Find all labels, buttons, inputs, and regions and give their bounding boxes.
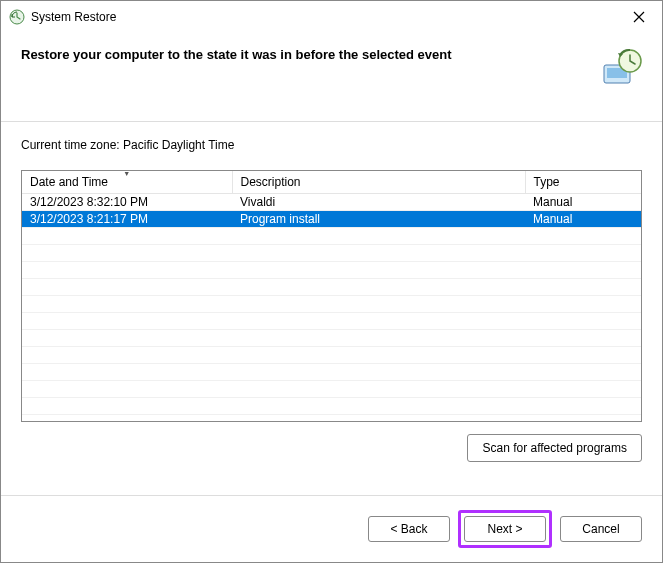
back-button[interactable]: < Back [368,516,450,542]
system-restore-icon [9,9,25,25]
restore-clock-icon [600,47,642,89]
table-row-empty [22,381,641,398]
table-row-empty [22,262,641,279]
table-row-empty [22,330,641,347]
table-cell-date: 3/12/2023 8:32:10 PM [22,194,232,211]
scan-row: Scan for affected programs [21,434,642,462]
column-header-date-label: Date and Time [30,175,108,189]
content-area: Current time zone: Pacific Daylight Time… [1,121,662,495]
table-cell-date: 3/12/2023 8:21:17 PM [22,211,232,228]
column-header-description[interactable]: Description [232,171,525,194]
scan-affected-programs-button[interactable]: Scan for affected programs [467,434,642,462]
titlebar: System Restore [1,1,662,33]
column-header-date[interactable]: Date and Time ▼ [22,171,232,194]
table-cell-type: Manual [525,194,641,211]
page-heading: Restore your computer to the state it wa… [21,47,590,62]
cancel-button[interactable]: Cancel [560,516,642,542]
table-row-empty [22,313,641,330]
table-row-empty [22,228,641,245]
system-restore-window: System Restore Restore your computer to … [0,0,663,563]
table-header-row: Date and Time ▼ Description Type [22,171,641,194]
table-row[interactable]: 3/12/2023 8:21:17 PMProgram installManua… [22,211,641,228]
table-row-empty [22,398,641,415]
table-row-empty [22,364,641,381]
footer-buttons: < Back Next > Cancel [1,495,662,562]
table-cell-description: Vivaldi [232,194,525,211]
sort-indicator-icon: ▼ [123,170,130,177]
table-row-empty [22,347,641,364]
window-title: System Restore [31,10,616,24]
header-area: Restore your computer to the state it wa… [1,33,662,121]
next-button-highlight: Next > [458,510,552,548]
column-header-type-label: Type [534,175,560,189]
table-row[interactable]: 3/12/2023 8:32:10 PMVivaldiManual [22,194,641,211]
table-row-empty [22,279,641,296]
timezone-label: Current time zone: Pacific Daylight Time [21,138,642,152]
next-button[interactable]: Next > [464,516,546,542]
column-header-description-label: Description [241,175,301,189]
table-cell-type: Manual [525,211,641,228]
table-row-empty [22,296,641,313]
restore-points-table[interactable]: Date and Time ▼ Description Type 3/12/20… [21,170,642,422]
close-button[interactable] [616,1,662,33]
table-row-empty [22,245,641,262]
table-cell-description: Program install [232,211,525,228]
column-header-type[interactable]: Type [525,171,641,194]
close-icon [633,11,645,23]
